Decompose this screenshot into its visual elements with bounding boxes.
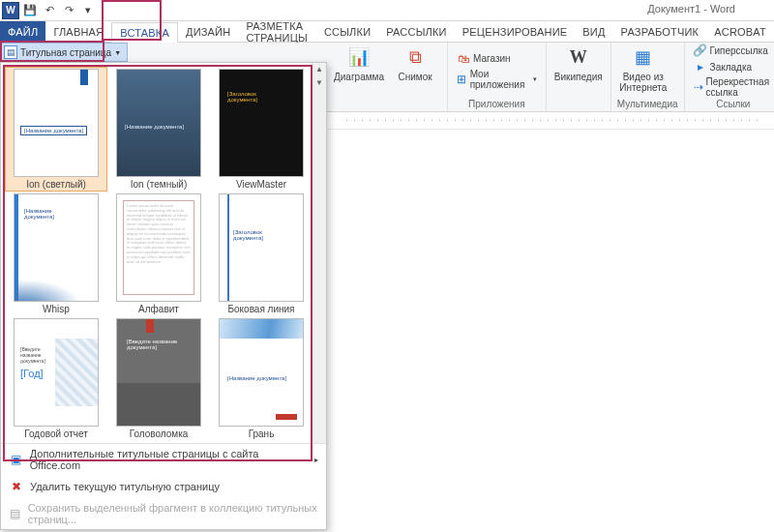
undo-icon: ↶: [45, 4, 54, 16]
gallery-item-label: Боковая линия: [227, 304, 294, 314]
title-bar: W 💾 ↶ ↷ ▾ Документ1 - Word: [0, 0, 774, 21]
tab-mailings[interactable]: РАССЫЛКИ: [378, 21, 454, 42]
gallery-thumb: [Введитеназваниедокумента][Год]: [14, 318, 99, 427]
screenshot-button[interactable]: ⧉ Снимок: [389, 44, 441, 84]
gallery-item-label: Годовой отчет: [24, 429, 88, 439]
chart-button[interactable]: 📊 Диаграмма: [333, 44, 385, 84]
gallery-item-label: Ion (светлый): [26, 179, 86, 190]
gallery-more-from-office[interactable]: ▣ Дополнительные титульные страницы с са…: [1, 444, 326, 475]
tab-file[interactable]: ФАЙЛ: [0, 21, 45, 42]
chevron-down-icon: ▾: [85, 4, 91, 16]
tab-developer[interactable]: РАЗРАБОТЧИК: [613, 21, 707, 42]
gallery-item-label: Грань: [249, 429, 275, 439]
gallery-item[interactable]: [Название документа]Ion (темный): [107, 67, 210, 192]
tab-design[interactable]: ДИЗАЙН: [178, 21, 238, 42]
ribbon-group-wikipedia: W Википедия: [547, 43, 611, 111]
bookmark-button[interactable]: ▸Закладка: [691, 59, 774, 74]
gallery-item[interactable]: [Название документа]Ion (светлый): [5, 67, 107, 192]
gallery-thumb: [Введите названиедокумента]: [116, 318, 201, 427]
remove-icon: ✖: [9, 479, 24, 494]
tab-view[interactable]: ВИД: [575, 21, 612, 42]
chevron-down-icon: ▾: [533, 75, 537, 83]
bookmark-icon: ▸: [694, 60, 707, 74]
qat-customize-button[interactable]: ▾: [79, 2, 97, 19]
cover-page-label: Титульная страница: [20, 47, 111, 58]
tab-references[interactable]: ССЫЛКИ: [316, 21, 378, 42]
cover-page-gallery: [Название документа]Ion (светлый)[Назван…: [0, 62, 327, 530]
gallery-item[interactable]: Lorem ipsum dolor sit amet consectetur a…: [107, 192, 210, 316]
gallery-item[interactable]: [Заголовокдокумента]Боковая линия: [210, 192, 313, 316]
ribbon-group-links: 🔗Гиперссылка ▸Закладка ⇢Перекрестная ссы…: [685, 43, 774, 111]
tab-review[interactable]: РЕЦЕНЗИРОВАНИЕ: [455, 21, 576, 42]
wikipedia-button[interactable]: W Википедия: [552, 44, 605, 84]
ribbon-group-addins: 🛍Магазин ⊞Мои приложения▾ Приложения: [448, 43, 547, 111]
gallery-grid: [Название документа]Ion (светлый)[Назван…: [1, 63, 326, 443]
addins-icon: ⊞: [457, 73, 467, 86]
horizontal-ruler: [327, 112, 774, 130]
gallery-thumb: Lorem ipsum dolor sit amet consectetur a…: [116, 193, 201, 302]
redo-icon: ↷: [65, 4, 74, 16]
ribbon-group-media: ▦ Видео из Интернета Мультимедиа: [611, 43, 685, 111]
hyperlink-button[interactable]: 🔗Гиперссылка: [691, 43, 774, 58]
my-addins-button[interactable]: ⊞Мои приложения▾: [454, 68, 540, 91]
gallery-item[interactable]: [Введите названиедокумента]Головоломка: [107, 316, 210, 441]
gallery-thumb: [Название документа]: [219, 318, 304, 427]
gallery-item[interactable]: [Введитеназваниедокумента][Год]Годовой о…: [5, 316, 107, 441]
chevron-right-icon: ▸: [314, 456, 318, 464]
document-area[interactable]: [327, 130, 774, 532]
gallery-remove-cover[interactable]: ✖ Удалить текущую титульную страницу: [1, 475, 326, 498]
cover-page-button[interactable]: ▤ Титульная страница ▼: [0, 43, 128, 62]
gallery-item[interactable]: [Название документа]Грань: [210, 316, 313, 441]
save-button[interactable]: 💾: [21, 2, 39, 19]
document-title: Документ1 - Word: [647, 3, 735, 15]
gallery-footer: ▣ Дополнительные титульные страницы с са…: [1, 443, 326, 529]
undo-button[interactable]: ↶: [41, 2, 58, 19]
store-button[interactable]: 🛍Магазин: [454, 51, 540, 67]
office-icon: ▣: [9, 452, 24, 467]
gallery-thumb: [Заголовокдокумента]: [219, 69, 304, 177]
gallery-thumb: [Название документа]: [116, 69, 201, 177]
tab-layout[interactable]: РАЗМЕТКА СТРАНИЦЫ: [238, 21, 316, 42]
save-selection-icon: ▤: [9, 506, 22, 521]
quick-access-toolbar: W 💾 ↶ ↷ ▾: [0, 2, 97, 19]
gallery-thumb: [Названиедокумента]: [14, 193, 99, 302]
gallery-item-label: Головоломка: [130, 429, 189, 439]
gallery-item[interactable]: [Названиедокумента]Whisp: [5, 192, 107, 316]
save-icon: 💾: [23, 4, 37, 16]
ribbon-group-illustrations-partial: 📊 Диаграмма ⧉ Снимок: [327, 43, 448, 111]
gallery-save-selection: ▤ Сохранить выделенный фрагмент в коллек…: [1, 498, 326, 529]
store-icon: 🛍: [457, 52, 470, 66]
ribbon-tabs: ФАЙЛ ГЛАВНАЯ ВСТАВКА ДИЗАЙН РАЗМЕТКА СТР…: [0, 21, 774, 43]
cover-page-icon: ▤: [4, 45, 17, 59]
tab-home[interactable]: ГЛАВНАЯ: [45, 21, 111, 42]
video-icon: ▦: [630, 46, 657, 70]
gallery-thumb: [Заголовокдокумента]: [219, 193, 304, 302]
gallery-scroll-up[interactable]: ▲: [313, 65, 325, 78]
wikipedia-icon: W: [565, 46, 592, 70]
chevron-down-icon: ▼: [114, 49, 121, 56]
online-video-button[interactable]: ▦ Видео из Интернета: [617, 44, 670, 95]
gallery-item[interactable]: [Заголовокдокумента]ViewMaster: [210, 67, 313, 192]
gallery-item-label: ViewMaster: [236, 179, 286, 190]
gallery-thumb: [Название документа]: [14, 69, 99, 177]
gallery-item-label: Ion (темный): [131, 179, 188, 190]
tab-acrobat[interactable]: ACROBAT: [706, 21, 774, 42]
gallery-scroll-down[interactable]: ▼: [313, 78, 325, 92]
gallery-item-label: Whisp: [43, 304, 70, 314]
gallery-item-label: Алфавит: [138, 304, 179, 314]
chart-icon: 📊: [345, 46, 372, 70]
hyperlink-icon: 🔗: [694, 44, 707, 57]
crossref-button[interactable]: ⇢Перекрестная ссылка: [691, 75, 774, 99]
crossref-icon: ⇢: [694, 80, 703, 94]
redo-button[interactable]: ↷: [60, 2, 77, 19]
screenshot-icon: ⧉: [402, 46, 429, 70]
word-app-icon: W: [2, 2, 19, 19]
tab-insert[interactable]: ВСТАВКА: [111, 22, 178, 43]
